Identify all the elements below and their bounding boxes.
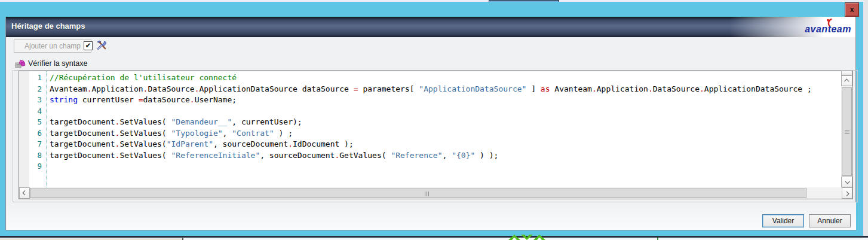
line-number: 7 <box>19 139 45 150</box>
line-number: 9 <box>19 161 45 172</box>
scroll-left-button[interactable] <box>19 187 30 199</box>
avanteam-logo: avanteam <box>796 18 851 36</box>
code-text: targetDocument.SetValues( "Typologie", "… <box>45 129 293 138</box>
page-bottom-divider <box>182 237 183 240</box>
thumb-grip-icon <box>845 130 849 135</box>
code-line: 3string currentUser =dataSource.UserName… <box>19 95 840 106</box>
code-line: 9 <box>19 161 840 172</box>
thumb-grip-icon <box>425 192 430 196</box>
add-field-button[interactable]: Ajouter un champ <box>14 40 91 53</box>
line-number: 6 <box>19 128 45 139</box>
page-right-gutter <box>863 0 868 240</box>
code-line: 7targetDocument.SetValues("IdParent", so… <box>19 139 840 150</box>
code-text: string currentUser =dataSource.UserName; <box>45 95 237 104</box>
code-lines[interactable]: 1//Récupération de l'utilisateur connect… <box>19 72 840 187</box>
horizontal-scroll-thumb[interactable] <box>30 188 806 198</box>
scroll-down-button[interactable] <box>841 177 852 187</box>
close-button[interactable]: x <box>845 2 859 17</box>
code-line: 2Avanteam.Application.DataSource.Applica… <box>19 84 840 95</box>
code-editor[interactable]: 1//Récupération de l'utilisateur connect… <box>19 71 853 199</box>
dialog-footer <box>7 202 856 230</box>
valider-button[interactable]: Valider <box>762 214 804 227</box>
code-text: Avanteam.Application.DataSource.Applicat… <box>45 84 812 93</box>
horizontal-scrollbar[interactable] <box>19 187 852 199</box>
code-text: targetDocument.SetValues("IdParent", sou… <box>45 139 354 148</box>
vertical-scroll-thumb[interactable] <box>842 87 852 176</box>
scrollbar-split-box[interactable] <box>841 71 852 75</box>
dialog-title: Héritage de champs <box>11 22 85 31</box>
vertical-scrollbar[interactable] <box>841 71 852 187</box>
code-line: 6targetDocument.SetValues( "Typologie", … <box>19 128 840 139</box>
annuler-button[interactable]: Annuler <box>809 214 851 227</box>
line-number: 5 <box>19 117 45 128</box>
green-tick-icon <box>657 238 658 240</box>
line-number: 3 <box>19 95 45 106</box>
check-syntax-icon <box>15 59 26 71</box>
screen: x Héritage de champs avanteam Ajouter un… <box>0 0 868 240</box>
line-number: 4 <box>19 106 45 117</box>
green-chevrons-icon <box>508 235 545 240</box>
scroll-right-button[interactable] <box>842 187 852 199</box>
scroll-up-button[interactable] <box>841 75 852 86</box>
dialog-titlebar: Héritage de champs avanteam <box>6 17 855 37</box>
code-line: 4 <box>19 106 840 117</box>
line-number: 1 <box>19 72 45 84</box>
code-line: 1//Récupération de l'utilisateur connect… <box>19 72 840 84</box>
code-text: targetDocument.SetValues( "ReferenceInit… <box>45 151 498 160</box>
tools-hammer-wrench-icon[interactable] <box>96 40 108 51</box>
code-text <box>45 107 50 116</box>
code-text: //Récupération de l'utilisateur connecté <box>45 73 237 82</box>
code-text: targetDocument.SetValues( "Demandeur__",… <box>45 117 302 126</box>
line-number: 2 <box>19 84 45 95</box>
heritage-de-champs-dialog: Héritage de champs avanteam Ajouter un c… <box>5 17 856 230</box>
verify-syntax-label: Vérifier la syntaxe <box>28 59 87 68</box>
page-bottom-panel <box>0 238 182 240</box>
code-text <box>45 162 50 171</box>
line-number: 8 <box>19 150 45 162</box>
code-line: 5targetDocument.SetValues( "Demandeur__"… <box>19 117 840 128</box>
code-line: 8targetDocument.SetValues( "ReferenceIni… <box>19 150 840 162</box>
settings-checkbox[interactable]: ✔ <box>84 41 93 50</box>
avanteam-wordmark: avanteam <box>805 24 851 35</box>
